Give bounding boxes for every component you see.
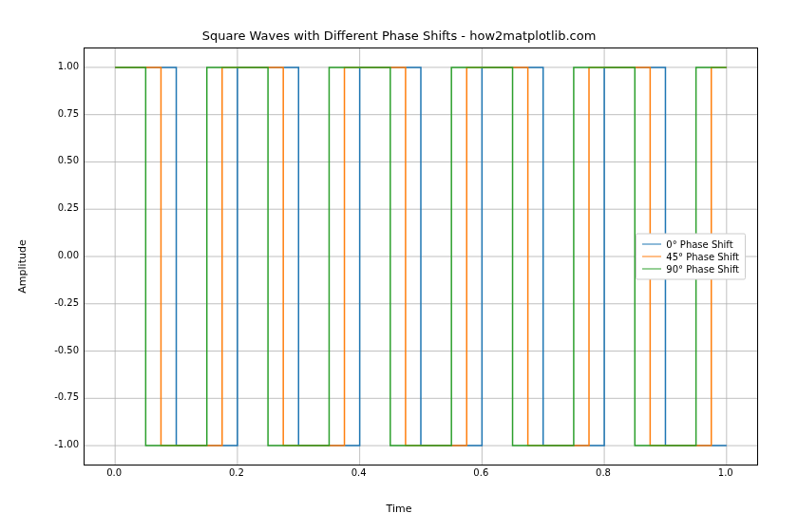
legend: 0° Phase Shift 45° Phase Shift 90° Phase… xyxy=(636,234,746,280)
chart-title: Square Waves with Different Phase Shifts… xyxy=(0,28,798,43)
legend-item-2: 90° Phase Shift xyxy=(642,263,739,276)
x-tick: 0.6 xyxy=(473,467,488,478)
y-tick: -0.50 xyxy=(54,345,79,355)
y-tick: 0.00 xyxy=(58,250,79,260)
y-tick: -1.00 xyxy=(54,439,79,449)
y-tick: -0.75 xyxy=(54,391,79,402)
x-tick: 0.2 xyxy=(229,467,244,478)
series-group xyxy=(115,67,727,446)
x-axis-label: Time xyxy=(0,503,798,515)
y-axis-label: Amplitude xyxy=(15,0,28,532)
x-tick: 1.0 xyxy=(718,467,733,478)
legend-swatch-2 xyxy=(642,269,661,270)
legend-swatch-0 xyxy=(642,244,661,245)
legend-swatch-1 xyxy=(642,256,661,257)
x-tick: 0.4 xyxy=(352,467,367,478)
y-tick: 0.25 xyxy=(58,202,79,213)
chart-container: Square Waves with Different Phase Shifts… xyxy=(0,0,798,532)
x-tick: 0.0 xyxy=(106,467,122,478)
y-tick: -0.25 xyxy=(54,297,79,308)
y-tick: 1.00 xyxy=(58,61,79,71)
y-tick: 0.75 xyxy=(58,108,79,119)
y-tick: 0.50 xyxy=(58,155,79,165)
legend-item-0: 0° Phase Shift xyxy=(642,238,739,251)
legend-item-1: 45° Phase Shift xyxy=(642,251,739,263)
legend-label-1: 45° Phase Shift xyxy=(666,252,739,262)
legend-label-0: 0° Phase Shift xyxy=(666,239,732,250)
plot-area: 0° Phase Shift 45° Phase Shift 90° Phase… xyxy=(84,48,758,466)
legend-label-2: 90° Phase Shift xyxy=(666,264,739,275)
x-tick: 0.8 xyxy=(596,467,611,478)
